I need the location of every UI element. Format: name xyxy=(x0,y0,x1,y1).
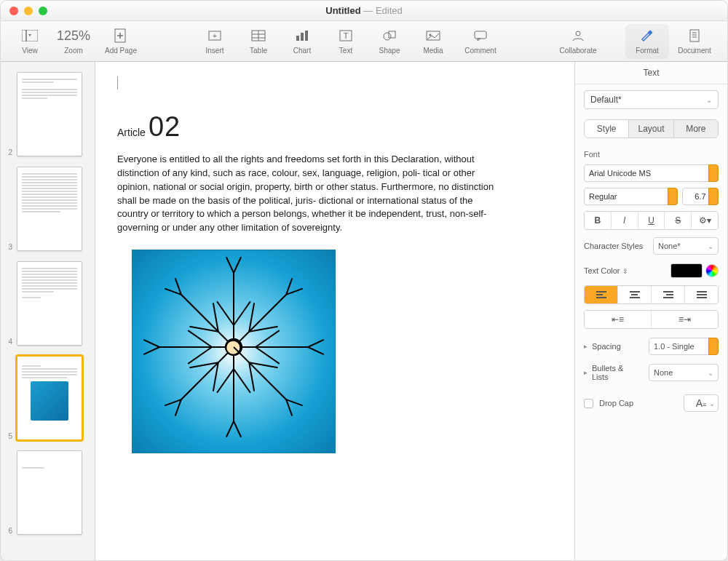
align-center-button[interactable] xyxy=(617,286,651,303)
font-family-value: Arial Unicode MS xyxy=(589,169,651,178)
add-page-button[interactable]: Add Page xyxy=(95,24,146,59)
spacing-select[interactable]: 1.0 - Single xyxy=(649,338,719,355)
inspector-title: Text xyxy=(575,62,727,84)
indent-button[interactable]: ≡⇥ xyxy=(651,311,718,328)
table-label: Table xyxy=(250,47,267,55)
collaborate-icon xyxy=(571,28,585,44)
svg-marker-22 xyxy=(478,39,480,41)
text-button[interactable]: T Text xyxy=(324,24,368,59)
align-right-button[interactable] xyxy=(651,286,684,303)
font-size-stepper[interactable]: 6.7 xyxy=(682,188,719,205)
zoom-value: 125% xyxy=(57,28,90,44)
align-justify-icon xyxy=(697,291,707,298)
dropcap-label: Drop Cap xyxy=(599,399,633,407)
align-center-icon xyxy=(630,291,640,298)
tab-style[interactable]: Style xyxy=(585,120,628,138)
bullets-label: Bullets & Lists xyxy=(592,364,640,381)
shape-label: Shape xyxy=(379,47,400,55)
font-family-select[interactable]: Arial Unicode MS xyxy=(584,164,719,182)
toolbar: View 125% Zoom Add Page + Insert Table xyxy=(1,21,727,62)
align-right-icon xyxy=(663,291,673,298)
thumbnail-item[interactable]: 3 xyxy=(1,164,95,258)
strike-button[interactable]: S xyxy=(664,212,691,229)
spacing-disclosure[interactable]: ▸ Spacing 1.0 - Single xyxy=(575,332,727,358)
tab-more[interactable]: More xyxy=(673,120,718,138)
thumbnail-item[interactable]: 4 xyxy=(1,258,95,353)
tab-layout[interactable]: Layout xyxy=(628,120,673,138)
document-label: Document xyxy=(678,47,711,55)
updown-icon: ⇳ xyxy=(622,268,628,275)
thumbnail-item[interactable]: 6 xyxy=(1,447,95,542)
thumbnail-preview xyxy=(17,72,82,156)
table-button[interactable]: Table xyxy=(237,24,280,59)
dropcap-style-select[interactable]: A≡ ⌄ xyxy=(684,394,719,412)
align-left-button[interactable] xyxy=(585,286,617,303)
text-color-swatch[interactable] xyxy=(670,263,703,278)
article-illustration[interactable] xyxy=(132,250,336,453)
color-picker-button[interactable] xyxy=(705,264,719,277)
gear-icon: ⚙︎▾ xyxy=(699,215,711,226)
svg-rect-14 xyxy=(305,31,308,41)
article-body[interactable]: Everyone is entitled to all the rights a… xyxy=(117,153,496,235)
view-icon xyxy=(22,28,38,44)
font-style-select[interactable]: Regular xyxy=(584,188,678,205)
svg-rect-25 xyxy=(690,30,699,41)
character-styles-select[interactable]: None* ⌄ xyxy=(653,237,719,255)
view-button[interactable]: View xyxy=(8,24,52,59)
chart-label: Chart xyxy=(293,47,311,55)
bold-button[interactable]: B xyxy=(585,212,611,229)
thumbnail-number: 6 xyxy=(5,527,12,535)
add-page-icon xyxy=(114,28,127,44)
dropcap-glyph: A≡ xyxy=(696,397,707,410)
window-title: Untitled — Edited xyxy=(1,5,727,16)
table-icon xyxy=(251,28,266,44)
outdent-icon: ⇤≡ xyxy=(612,314,624,325)
stepper-icon xyxy=(708,164,719,182)
document-canvas[interactable]: Article02 Everyone is entitled to all th… xyxy=(95,62,574,560)
bullets-value: None xyxy=(654,368,673,377)
disclosure-triangle-icon: ▸ xyxy=(584,369,587,376)
bullets-disclosure[interactable]: ▸ Bullets & Lists None ⌄ xyxy=(575,358,727,384)
text-color-label: Text Color ⇳ xyxy=(584,266,628,275)
document-button[interactable]: Document xyxy=(669,24,720,59)
svg-marker-2 xyxy=(28,34,31,36)
shape-button[interactable]: Shape xyxy=(368,24,411,59)
stepper-icon xyxy=(668,188,678,205)
font-style-value: Regular xyxy=(589,192,617,201)
paragraph-style-select[interactable]: Default* ⌄ xyxy=(584,90,719,109)
underline-button[interactable]: U xyxy=(638,212,665,229)
document-icon xyxy=(689,28,700,44)
spacing-label: Spacing xyxy=(592,342,621,351)
chevron-down-icon: ⌄ xyxy=(706,96,712,104)
italic-button[interactable]: I xyxy=(611,212,638,229)
media-button[interactable]: Media xyxy=(411,24,455,59)
thumbnail-preview xyxy=(17,356,82,440)
svg-point-17 xyxy=(384,33,391,40)
chart-button[interactable]: Chart xyxy=(280,24,324,59)
outdent-button[interactable]: ⇤≡ xyxy=(585,311,651,328)
svg-rect-24 xyxy=(647,30,652,35)
bullets-select[interactable]: None ⌄ xyxy=(649,364,719,381)
paragraph-style-value: Default* xyxy=(590,95,622,105)
format-button[interactable]: Format xyxy=(625,24,669,59)
text-align-buttons xyxy=(584,285,719,304)
svg-point-23 xyxy=(576,31,580,36)
svg-rect-12 xyxy=(296,36,299,41)
document-title: Untitled xyxy=(325,5,360,16)
indent-icon: ≡⇥ xyxy=(678,314,691,325)
align-justify-button[interactable] xyxy=(684,286,718,303)
comment-icon xyxy=(473,28,488,44)
chevron-down-icon: ⌄ xyxy=(708,242,713,250)
text-style-buttons: B I U S ⚙︎▾ xyxy=(584,211,719,230)
zoom-button[interactable]: 125% Zoom xyxy=(52,24,95,59)
thumbnail-item[interactable]: 5 xyxy=(1,353,95,447)
comment-button[interactable]: Comment xyxy=(455,24,506,59)
thumbnail-number: 2 xyxy=(5,148,12,156)
page-thumbnails-sidebar[interactable]: 2 3 4 xyxy=(1,62,95,560)
thumbnail-item[interactable]: 2 xyxy=(1,69,95,164)
dropcap-checkbox[interactable] xyxy=(584,399,593,408)
collaborate-button[interactable]: Collaborate xyxy=(553,24,604,59)
comment-label: Comment xyxy=(464,47,496,55)
advanced-options-button[interactable]: ⚙︎▾ xyxy=(691,212,718,229)
insert-button[interactable]: + Insert xyxy=(193,24,237,59)
